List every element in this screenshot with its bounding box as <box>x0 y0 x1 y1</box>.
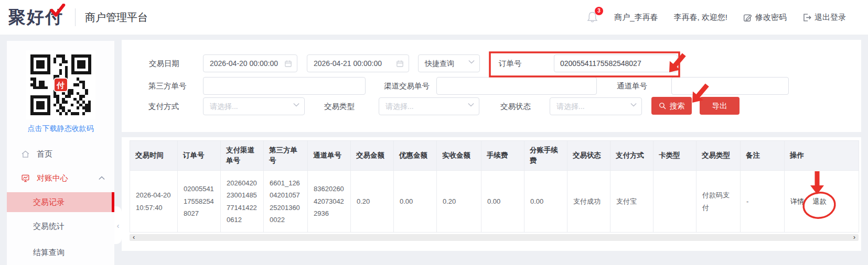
cell-actions: 详情 退款 <box>785 171 859 233</box>
order-no-input[interactable] <box>554 54 678 72</box>
col-card-type: 卡类型 <box>653 141 696 171</box>
platform-title: 商户管理平台 <box>85 10 148 25</box>
col-trade-type: 交易类型 <box>696 141 741 171</box>
date-start-input[interactable]: 2026-04-20 00:00:00 <box>203 54 297 72</box>
col-remark: 备注 <box>741 141 785 171</box>
sidebar-item-transaction-stats[interactable]: 交易统计 <box>7 214 114 238</box>
trade-status-label: 交易状态 <box>500 97 531 115</box>
sidebar-item-transaction-records-label: 交易记录 <box>33 197 65 207</box>
date-start-value: 2026-04-20 00:00:00 <box>210 59 278 68</box>
trade-type-label: 交易类型 <box>324 97 355 115</box>
collapse-icon: ‹ <box>117 221 120 230</box>
scroll-right-arrow[interactable]: › <box>853 234 855 240</box>
cell-order-no: 02005541175582548027 <box>178 171 221 233</box>
col-order-no: 订单号 <box>178 141 221 171</box>
trade-type-select[interactable]: 请选择... <box>379 97 479 115</box>
calendar-icon <box>396 60 404 68</box>
change-password-link[interactable]: 修改密码 <box>743 13 787 23</box>
cell-discount-amount: 0.00 <box>394 171 437 233</box>
scroll-left-arrow[interactable]: ‹ <box>133 234 135 240</box>
chevron-up-icon <box>99 176 105 180</box>
sidebar-collapse-handle[interactable]: ‹ <box>114 206 122 244</box>
edit-icon <box>743 13 752 22</box>
table-row: 2026-04-20 10:57:40 02005541175582548027… <box>130 171 859 233</box>
cell-card-type <box>653 171 696 233</box>
search-button[interactable]: 搜索 <box>651 97 692 115</box>
cell-gateway-no: 83620260420730422936 <box>308 171 351 233</box>
order-no-label: 订单号 <box>499 54 522 72</box>
qr-code[interactable]: 付 <box>26 50 95 119</box>
calendar-icon <box>284 60 292 68</box>
transactions-table: 交易时间 订单号 支付渠道单号 第三方单号 通道单号 交易金额 优惠金额 实收金… <box>130 140 859 233</box>
sidebar-item-home[interactable]: 首页 <box>7 142 114 166</box>
welcome-text: 李再春, 欢迎您! <box>673 13 727 23</box>
cell-pay-channel-no: 2026042023001485771414220612 <box>221 171 264 233</box>
col-trade-amount: 交易金额 <box>351 141 394 171</box>
search-icon <box>659 102 666 109</box>
logout-label: 退出登录 <box>815 13 846 23</box>
filter-panel: 交易日期 2026-04-20 00:00:00 2026-04-21 00:0… <box>122 40 861 132</box>
app-logo: 聚好付 <box>8 6 63 29</box>
chevron-down-icon <box>630 103 637 107</box>
chevron-down-icon <box>468 103 474 107</box>
date-end-input[interactable]: 2026-04-21 00:00:00 <box>307 54 409 72</box>
logout-link[interactable]: 退出登录 <box>802 13 846 23</box>
trade-status-select[interactable]: 请选择... <box>550 97 642 115</box>
col-pay-method: 支付方式 <box>610 141 653 171</box>
sidebar-item-reconciliation-label: 对账中心 <box>37 173 68 183</box>
cell-split-fee: 0.00 <box>524 171 567 233</box>
date-end-value: 2026-04-21 00:00:00 <box>314 59 382 68</box>
quick-query-select[interactable]: 快捷查询 <box>418 54 480 72</box>
results-panel: 交易时间 订单号 支付渠道单号 第三方单号 通道单号 交易金额 优惠金额 实收金… <box>122 137 861 251</box>
qr-finder-top-right <box>71 54 91 74</box>
third-party-no-label: 第三方单号 <box>148 77 187 95</box>
search-button-label: 搜索 <box>670 101 685 111</box>
col-fee: 手续费 <box>481 141 524 171</box>
col-pay-channel-no: 支付渠道单号 <box>221 141 264 171</box>
gateway-no-label: 通道单号 <box>617 77 647 95</box>
sidebar-item-settlement-query[interactable]: 结算查询 <box>7 240 114 264</box>
trade-type-placeholder: 请选择... <box>385 102 414 111</box>
cell-remark: - <box>741 171 785 233</box>
header-actions: 3 商户_李再春 李再春, 欢迎您! 修改密码 退出登录 <box>586 10 846 24</box>
channel-trade-no-input[interactable] <box>436 77 597 95</box>
channel-trade-no-label: 渠道交易单号 <box>384 77 430 95</box>
cell-fee: 0.00 <box>481 171 524 233</box>
pay-method-placeholder: 请选择... <box>210 102 238 111</box>
col-received-amount: 实收金额 <box>437 141 481 171</box>
export-button[interactable]: 导出 <box>700 97 740 115</box>
cell-third-party-no: 6601_12604201057252013600022 <box>264 171 308 233</box>
logo-check-icon <box>50 4 66 17</box>
qr-finder-top-left <box>30 54 50 74</box>
merchant-account[interactable]: 商户_李再春 <box>614 13 658 23</box>
table-header-row: 交易时间 订单号 支付渠道单号 第三方单号 通道单号 交易金额 优惠金额 实收金… <box>130 141 859 171</box>
cell-trade-status: 支付成功 <box>567 171 610 233</box>
sidebar-item-reconciliation[interactable]: 对账中心 <box>7 166 114 190</box>
notification-bell[interactable]: 3 <box>586 10 598 24</box>
sidebar-item-home-label: 首页 <box>37 149 52 159</box>
logo-area: 聚好付 商户管理平台 <box>8 6 148 29</box>
pay-method-label: 支付方式 <box>148 97 179 115</box>
sidebar-item-transaction-stats-label: 交易统计 <box>33 222 65 231</box>
cell-pay-method: 支付宝 <box>610 171 653 233</box>
sidebar-nav: 首页 对账中心 交易记录 交易统计 结算查询 <box>7 142 114 264</box>
third-party-no-input[interactable] <box>203 77 366 95</box>
qr-download-link[interactable]: 点击下载静态收款码 <box>7 124 114 134</box>
page: 聚好付 商户管理平台 3 商户_李再春 李再春, 欢迎您! <box>0 0 868 265</box>
reconciliation-icon <box>21 174 30 183</box>
refund-link[interactable]: 退款 <box>813 197 827 205</box>
horizontal-scrollbar[interactable]: ‹ › <box>130 234 859 241</box>
col-gateway-no: 通道单号 <box>308 141 351 171</box>
col-trade-status: 交易状态 <box>567 141 610 171</box>
gateway-no-input[interactable] <box>671 77 789 95</box>
chevron-down-icon <box>468 60 475 64</box>
detail-link[interactable]: 详情 <box>790 197 804 205</box>
notification-badge: 3 <box>595 7 603 15</box>
col-split-fee: 分账手续费 <box>524 141 567 171</box>
col-discount-amount: 优惠金额 <box>394 141 437 171</box>
pay-method-select[interactable]: 请选择... <box>203 97 305 115</box>
cell-trade-type: 付款码支付 <box>696 171 741 233</box>
change-password-label: 修改密码 <box>755 13 787 23</box>
sidebar-item-transaction-records[interactable]: 交易记录 <box>7 192 114 212</box>
quick-query-value: 快捷查询 <box>425 59 454 68</box>
